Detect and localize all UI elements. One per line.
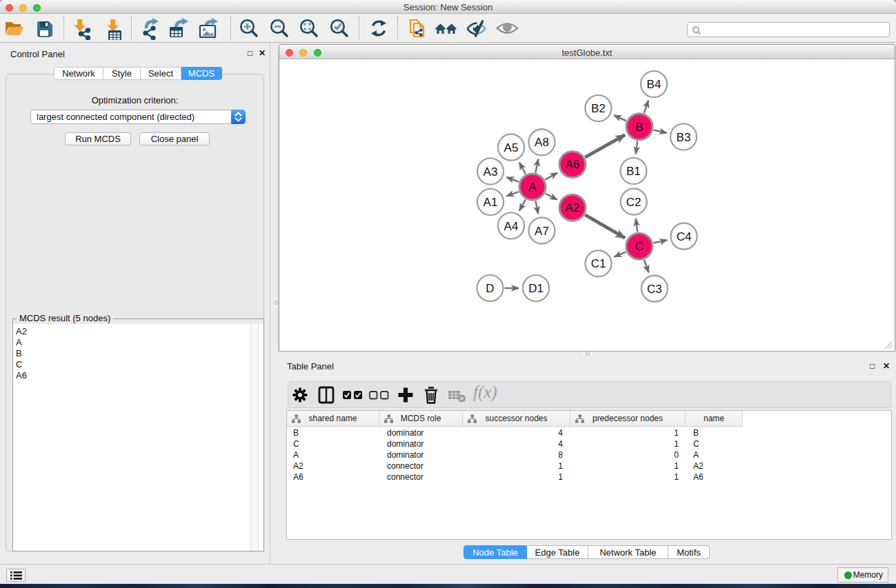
svg-text:A6: A6 — [566, 158, 580, 171]
svg-text:D1: D1 — [528, 282, 544, 295]
svg-text:A4: A4 — [504, 220, 519, 233]
svg-text:C1: C1 — [591, 257, 606, 270]
svg-text:A: A — [528, 181, 537, 194]
svg-text:A3: A3 — [484, 165, 498, 179]
svg-text:A1: A1 — [484, 196, 498, 209]
svg-text:B: B — [635, 121, 643, 134]
svg-text:C: C — [635, 240, 644, 253]
svg-text:B2: B2 — [591, 102, 606, 115]
svg-text:C3: C3 — [647, 283, 662, 296]
svg-text:C2: C2 — [626, 196, 641, 209]
svg-text:A8: A8 — [535, 136, 549, 149]
svg-text:A5: A5 — [504, 141, 519, 154]
svg-text:A2: A2 — [566, 201, 580, 214]
svg-text:D: D — [486, 282, 494, 295]
svg-text:B4: B4 — [647, 78, 661, 91]
svg-text:B1: B1 — [626, 165, 641, 178]
svg-text:B3: B3 — [677, 131, 691, 144]
svg-text:C4: C4 — [677, 230, 692, 243]
svg-text:A7: A7 — [535, 225, 549, 238]
